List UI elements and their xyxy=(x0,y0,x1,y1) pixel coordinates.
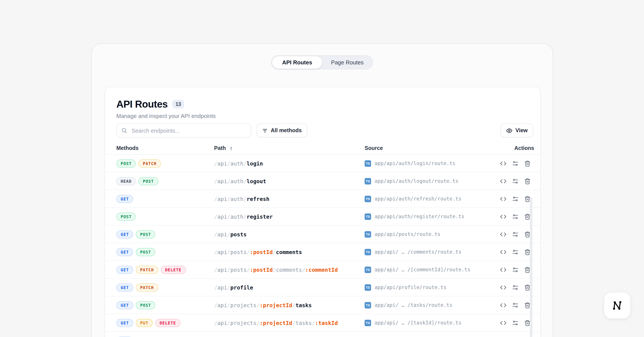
page-subtitle: Manage and inspect your API endpoints xyxy=(116,112,529,120)
route-source-path: app/api/posts/route.ts xyxy=(374,231,440,237)
route-path: /api/projects/:projectId/tasks xyxy=(214,302,364,308)
method-badge-patch: PATCH xyxy=(136,283,158,292)
actions-cell xyxy=(494,266,534,273)
method-badge-get: GET xyxy=(116,283,133,292)
route-path: /api/auth/refresh xyxy=(214,196,364,202)
sliders-icon xyxy=(512,196,518,202)
table-row[interactable]: GETPATCHDELETE/api/posts/:postId/comment… xyxy=(105,261,540,279)
table-row[interactable]: HEADPOST/api/auth/logoutTSapp/api/auth/l… xyxy=(105,172,540,190)
n-logo-icon xyxy=(610,298,624,313)
code-icon xyxy=(500,320,506,326)
view-code-button[interactable] xyxy=(500,266,506,273)
controls-row: All methods View xyxy=(116,124,529,137)
route-settings-button[interactable] xyxy=(512,249,518,255)
route-settings-button[interactable] xyxy=(512,178,518,184)
column-header-path[interactable]: Path ↑ xyxy=(214,145,364,151)
view-code-button[interactable] xyxy=(500,160,506,167)
table-row[interactable]: POSTPATCH/api/auth/loginTSapp/api/auth/l… xyxy=(105,155,540,172)
typescript-file-icon: TS xyxy=(364,320,371,326)
routes-count-badge: 13 xyxy=(172,100,184,108)
route-source-path: app/api/auth/register/route.ts xyxy=(374,213,464,220)
method-badge-patch: PATCH xyxy=(136,266,158,274)
sliders-icon xyxy=(512,231,518,237)
code-icon xyxy=(500,249,506,255)
method-filter-button[interactable]: All methods xyxy=(256,124,307,137)
actions-cell xyxy=(494,231,534,237)
methods-cell: GET xyxy=(116,195,214,203)
sliders-icon xyxy=(512,320,518,326)
typescript-file-icon: TS xyxy=(364,266,371,273)
method-filter-label: All methods xyxy=(271,127,302,133)
routes-panel: API Routes Page Routes API Routes 13 Man… xyxy=(91,43,553,337)
sliders-icon xyxy=(512,178,518,184)
delete-route-button[interactable] xyxy=(524,178,531,184)
route-path: /api/posts/:postId/comments xyxy=(214,249,364,255)
route-source-path: app/api/auth/login/route.ts xyxy=(374,160,456,166)
route-source: TSapp/api/ … /comments/route.ts xyxy=(364,249,494,255)
app-logo[interactable] xyxy=(604,293,630,319)
actions-cell xyxy=(494,302,534,308)
method-badge-get: GET xyxy=(116,248,133,256)
table-row[interactable]: GETPOST/api/posts/:postId/commentsTSapp/… xyxy=(105,243,540,261)
table-row[interactable]: GETPATCH/api/profileTSapp/api/profile/ro… xyxy=(105,279,540,296)
route-settings-button[interactable] xyxy=(512,160,518,167)
route-path: /api/profile xyxy=(214,284,364,291)
method-badge-put: PUT xyxy=(136,319,153,327)
view-code-button[interactable] xyxy=(500,213,506,220)
route-path: /api/auth/logout xyxy=(214,178,364,184)
methods-cell: GETPUTDELETE xyxy=(116,319,214,327)
typescript-file-icon: TS xyxy=(364,196,371,202)
route-settings-button[interactable] xyxy=(512,196,518,202)
method-badge-get: GET xyxy=(116,195,133,203)
view-button[interactable]: View xyxy=(500,124,533,137)
methods-cell: GETPOST xyxy=(116,248,214,256)
route-settings-button[interactable] xyxy=(512,231,518,237)
filter-lines-icon xyxy=(262,128,268,133)
methods-cell: POST xyxy=(116,212,214,221)
sliders-icon xyxy=(512,249,518,255)
table-row[interactable]: GET/api/searchTSapp/api/search/route.ts xyxy=(105,332,540,337)
route-source-path: app/api/profile/route.ts xyxy=(374,284,446,290)
delete-route-button[interactable] xyxy=(524,160,531,167)
tab-page-routes[interactable]: Page Routes xyxy=(322,56,372,69)
view-code-button[interactable] xyxy=(500,302,506,308)
route-settings-button[interactable] xyxy=(512,302,518,308)
method-badge-post: POST xyxy=(136,248,156,256)
sliders-icon xyxy=(512,160,518,167)
table-row[interactable]: POST/api/auth/registerTSapp/api/auth/reg… xyxy=(105,208,540,226)
search-box[interactable] xyxy=(116,124,251,137)
actions-cell xyxy=(494,320,534,326)
route-source-path: app/api/ … /[commentId]/route.ts xyxy=(374,267,470,273)
method-badge-delete: DELETE xyxy=(155,319,180,327)
method-badge-patch: PATCH xyxy=(138,159,161,167)
route-path: /api/posts/:postId/comments/:commentId xyxy=(214,266,364,273)
route-path: /api/projects/:projectId/tasks/:taskId xyxy=(214,320,364,326)
route-settings-button[interactable] xyxy=(512,320,518,326)
api-routes-card: API Routes 13 Manage and inspect your AP… xyxy=(105,87,541,337)
view-code-button[interactable] xyxy=(500,249,506,255)
route-settings-button[interactable] xyxy=(512,284,518,291)
table-row[interactable]: GETPOST/api/projects/:projectId/tasksTSa… xyxy=(105,296,540,314)
view-code-button[interactable] xyxy=(500,196,506,202)
view-code-button[interactable] xyxy=(500,178,506,184)
method-badge-post: POST xyxy=(138,177,158,185)
route-source: TSapp/api/auth/login/route.ts xyxy=(364,160,494,167)
sort-ascending-icon[interactable]: ↑ xyxy=(230,145,232,151)
route-settings-button[interactable] xyxy=(512,266,518,273)
table-scrollbar[interactable] xyxy=(530,197,532,337)
column-header-methods: Methods xyxy=(116,145,214,151)
method-badge-post: POST xyxy=(136,301,156,309)
route-source: TSapp/api/auth/refresh/route.ts xyxy=(364,196,494,202)
tab-api-routes[interactable]: API Routes xyxy=(272,56,322,69)
view-code-button[interactable] xyxy=(500,284,506,291)
table-row[interactable]: GETPOST/api/postsTSapp/api/posts/route.t… xyxy=(105,226,540,243)
route-source-path: app/api/ … /tasks/route.ts xyxy=(374,302,452,308)
view-code-button[interactable] xyxy=(500,231,506,237)
view-code-button[interactable] xyxy=(500,320,506,326)
code-icon xyxy=(500,178,506,184)
search-input[interactable] xyxy=(130,127,246,134)
actions-cell xyxy=(494,196,534,202)
table-row[interactable]: GET/api/auth/refreshTSapp/api/auth/refre… xyxy=(105,190,540,208)
route-settings-button[interactable] xyxy=(512,213,518,220)
table-row[interactable]: GETPUTDELETE/api/projects/:projectId/tas… xyxy=(105,314,540,332)
